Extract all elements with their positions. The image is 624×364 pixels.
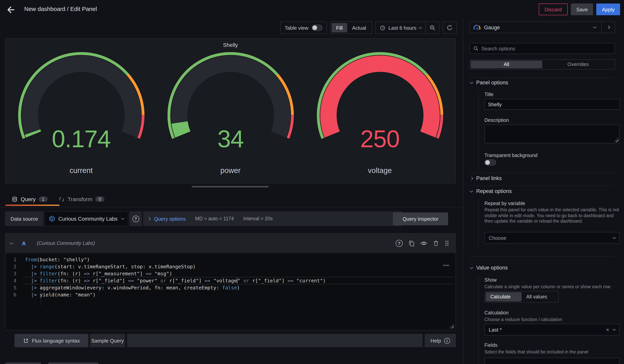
refresh-group: [442, 22, 457, 34]
transparent-bg-toggle[interactable]: [484, 159, 496, 166]
all-values-option[interactable]: All values: [521, 292, 558, 301]
actual-option[interactable]: Actual: [347, 23, 371, 32]
select-value: Last *: [489, 327, 606, 333]
line-number: 3: [5, 270, 25, 277]
query-header[interactable]: A (Curious Community Labs) ?: [5, 233, 455, 253]
viz-name: Gauge: [484, 24, 594, 30]
query-editor-card: A (Curious Community Labs) ?: [5, 233, 456, 330]
chevron-down-icon: [593, 25, 597, 28]
clock-icon: [380, 25, 386, 31]
influxdb-icon: [49, 216, 55, 222]
collapse-options-pane-button[interactable]: [601, 22, 615, 33]
split-drag-handle[interactable]: [192, 186, 269, 187]
save-button[interactable]: Save: [571, 3, 593, 15]
database-icon: [12, 196, 18, 202]
topbar-actions: Discard Save Apply: [539, 3, 620, 15]
zoom-out-button[interactable]: [426, 22, 439, 34]
discard-button[interactable]: Discard: [539, 3, 568, 15]
collapse-chevron-icon[interactable]: [10, 241, 13, 245]
query-options-bar[interactable]: Query options MD = auto = 1174 Interval …: [143, 211, 403, 226]
gauge-viz-icon: 79: [473, 24, 481, 30]
textarea-resize-grip[interactable]: [614, 137, 619, 142]
calculation-description: Choose a reducer function / calculation: [484, 317, 620, 322]
search-input[interactable]: [481, 46, 611, 51]
code-line[interactable]: 3 |> filter(fn: (r) => r["_measurement"]…: [5, 270, 455, 277]
external-link-icon: [23, 338, 29, 343]
interval-stat: Interval = 20s: [243, 216, 273, 222]
query-header-actions: ?: [396, 240, 449, 247]
add-query-button-partial[interactable]: [5, 363, 41, 364]
datasource-picker[interactable]: Curious Community Labs: [45, 211, 128, 226]
apply-button[interactable]: Apply: [597, 3, 620, 15]
chevron-down-icon: [470, 80, 473, 84]
sample-query-button[interactable]: Sample Query: [90, 334, 125, 347]
code-line[interactable]: 6 |> yield(name: "mean"): [5, 291, 455, 298]
tab-query[interactable]: Query 1: [12, 194, 48, 205]
fields-description: Select the fields that should be include…: [484, 349, 620, 355]
help-circle-icon[interactable]: ?: [396, 240, 403, 247]
section-panel-links[interactable]: Panel links: [470, 175, 502, 181]
panel-toolbar: Table view Fill Actual Last 6 hours: [280, 22, 457, 34]
flux-code-editor[interactable]: 1from(bucket: "shelly")2 |> range(start:…: [5, 253, 455, 330]
help-button[interactable]: Help i: [425, 334, 456, 347]
time-range-picker[interactable]: Last 6 hours: [376, 25, 425, 31]
code-line[interactable]: 1from(bucket: "shelly"): [5, 256, 455, 263]
refresh-button[interactable]: [443, 22, 456, 34]
trash-icon[interactable]: [433, 240, 439, 247]
flux-syntax-button[interactable]: Flux language syntax: [14, 334, 88, 347]
calculation-label: Calculation: [484, 310, 509, 316]
calculate-option[interactable]: Calculate: [486, 292, 521, 301]
page-title: New dashboard / Edit Panel: [24, 5, 97, 12]
query-inspector-button[interactable]: Query inspector: [393, 212, 448, 225]
visualization-picker[interactable]: 79 Gauge: [469, 22, 615, 33]
show-label: Show: [484, 277, 497, 283]
description-textarea[interactable]: [484, 125, 620, 143]
repeat-variable-select[interactable]: Choose: [484, 232, 620, 244]
fields-select-partial[interactable]: [484, 358, 620, 364]
gauge-label: power: [163, 166, 298, 175]
gauge-power: 34power: [163, 50, 298, 179]
chevron-right-icon: [470, 177, 473, 180]
datasource-label: Data source: [5, 211, 43, 226]
select-value: Choose: [489, 235, 613, 241]
repeat-description: Repeat this panel for each value in the …: [484, 207, 620, 224]
section-heading: Repeat options: [476, 188, 512, 194]
section-value-options[interactable]: Value options: [470, 265, 508, 271]
code-line[interactable]: 5 |> aggregateWindow(every: v.windowPeri…: [5, 284, 455, 291]
tab-query-label: Query: [21, 196, 36, 202]
section-repeat-options[interactable]: Repeat options: [470, 188, 512, 194]
calculation-select[interactable]: Last * ×: [484, 324, 620, 336]
table-view-label: Table view: [281, 25, 312, 31]
panel-title-input[interactable]: [484, 99, 620, 110]
tab-overrides[interactable]: Overrides: [542, 61, 614, 68]
eye-icon[interactable]: [420, 240, 427, 247]
clear-icon[interactable]: ×: [606, 326, 609, 333]
datasource-help-button[interactable]: ?: [130, 211, 142, 226]
panel-preview: Shelly 0.174current34power250voltage: [5, 38, 456, 183]
fill-option[interactable]: Fill: [331, 23, 347, 32]
table-view-toggle[interactable]: [312, 25, 322, 31]
time-range-group: Last 6 hours: [376, 22, 440, 34]
gauge-label: current: [13, 166, 149, 175]
section-panel-options[interactable]: Panel options: [470, 80, 508, 86]
code-line[interactable]: 4 |> filter(fn: (r) => r["_field"] == "p…: [5, 277, 455, 284]
duplicate-icon[interactable]: [408, 240, 415, 247]
editor-resize-grip[interactable]: [449, 324, 454, 328]
divider: [469, 185, 615, 186]
section-guide: [478, 91, 479, 171]
code-line[interactable]: 2 |> range(start: v.timeRangeStart, stop…: [5, 263, 455, 270]
top-bar: New dashboard / Edit Panel Discard Save …: [0, 0, 624, 19]
options-search[interactable]: [469, 43, 615, 54]
fields-label: Fields: [484, 342, 497, 348]
chevron-down-icon: [470, 189, 473, 192]
tab-all[interactable]: All: [471, 61, 542, 68]
tab-transform[interactable]: Transform 0: [59, 194, 104, 205]
drag-handle-icon[interactable]: [444, 240, 449, 247]
add-expression-button-partial[interactable]: [48, 363, 99, 364]
show-description: Calculate a single value per column or s…: [484, 284, 620, 290]
options-sidebar: 79 Gauge All Overrides Panel options Tit…: [463, 19, 624, 364]
svg-text:79: 79: [475, 27, 479, 30]
back-arrow-icon[interactable]: [5, 5, 16, 15]
query-count-badge: 1: [39, 196, 48, 202]
transform-icon: [59, 196, 65, 202]
